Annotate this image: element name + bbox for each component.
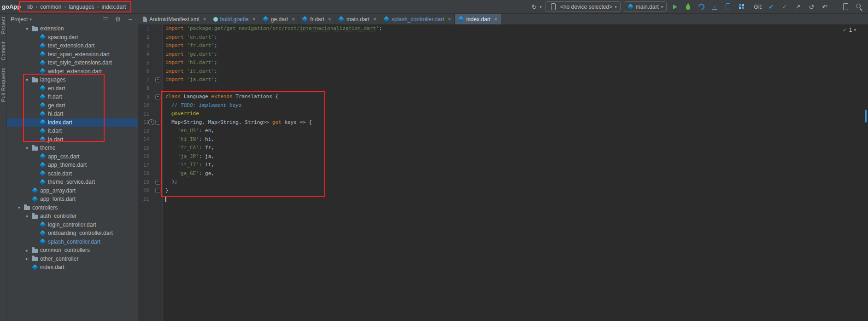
code-line-3[interactable]: 3import 'fr.dart'; bbox=[138, 41, 862, 50]
close-tab-icon[interactable]: × bbox=[328, 16, 331, 23]
code-line-12[interactable]: 12↑− Map<String, Map<String, String>> ge… bbox=[138, 118, 862, 127]
chevron-down-icon[interactable]: ▾ bbox=[24, 77, 29, 82]
breadcrumb-item-lib[interactable]: lib bbox=[25, 3, 35, 11]
attach-debugger-icon[interactable] bbox=[710, 2, 719, 12]
layout-inspector-icon[interactable] bbox=[737, 2, 746, 12]
code-line-17[interactable]: 17 'it_IT': it, bbox=[138, 161, 862, 169]
profiler-icon[interactable] bbox=[697, 2, 706, 12]
code-line-16[interactable]: 16 'ja_JP': ja, bbox=[138, 152, 862, 161]
tree-item-text-span-extension-dart[interactable]: text_span_extension.dart bbox=[7, 50, 138, 59]
tree-item-app-css-dart[interactable]: app_css.dart bbox=[7, 152, 138, 161]
tree-item-onboarding-controller-dart[interactable]: onBoarding_controller.dart bbox=[7, 229, 138, 238]
inspection-widget[interactable]: ✓ 1 ▾ bbox=[843, 27, 856, 33]
tool-window-button-pull-requests[interactable]: Pull Requests bbox=[0, 68, 6, 102]
settings-icon[interactable] bbox=[114, 16, 122, 23]
tree-item-app-fonts-dart[interactable]: app_fonts.dart bbox=[7, 195, 138, 204]
tree-item-widget-extension-dart[interactable]: widget_extension.dart bbox=[7, 67, 138, 76]
editor[interactable]: 1import 'package:get/get_navigation/src/… bbox=[138, 24, 868, 321]
code-line-14[interactable]: 14 'hi_IN': hi, bbox=[138, 135, 862, 144]
code-line-2[interactable]: 2import 'en.dart'; bbox=[138, 33, 862, 42]
tree-item-scale-dart[interactable]: scale.dart bbox=[7, 169, 138, 178]
code-line-1[interactable]: 1import 'package:get/get_navigation/src/… bbox=[138, 24, 862, 33]
sync-dropdown[interactable]: ▾ bbox=[529, 2, 542, 12]
tree-item-ja-dart[interactable]: ja.dart bbox=[7, 135, 138, 144]
code-line-20[interactable]: 20−} bbox=[138, 187, 862, 195]
commit-icon[interactable] bbox=[780, 2, 789, 12]
code-line-7[interactable]: 7−import 'ja.dart'; bbox=[138, 76, 862, 84]
device-manager-icon[interactable] bbox=[841, 2, 850, 12]
tree-item-fr-dart[interactable]: fr.dart bbox=[7, 93, 138, 101]
code-line-8[interactable]: 8 bbox=[138, 84, 862, 93]
tab-build-gradle[interactable]: build.gradle× bbox=[210, 14, 259, 24]
chevron-right-icon[interactable]: ▸ bbox=[24, 256, 29, 261]
chevron-down-icon[interactable]: ▾ bbox=[24, 26, 29, 31]
override-marker-icon[interactable]: ↑ bbox=[148, 119, 154, 125]
debug-icon[interactable] bbox=[683, 2, 692, 12]
tree-item-text-style-extensions-dart[interactable]: text_style_extensions.dart bbox=[7, 58, 138, 67]
close-tab-icon[interactable]: × bbox=[292, 16, 295, 23]
tree-item-ge-dart[interactable]: ge.dart bbox=[7, 101, 138, 110]
fold-marker-icon[interactable]: − bbox=[155, 120, 160, 125]
fold-marker-icon[interactable]: − bbox=[155, 77, 160, 82]
update-project-icon[interactable] bbox=[767, 2, 776, 12]
push-icon[interactable] bbox=[793, 2, 803, 12]
device-selector[interactable]: <no device selected> ▾ bbox=[545, 1, 621, 12]
tree-item-text-extension-dart[interactable]: text_extension.dart bbox=[7, 41, 138, 50]
close-tab-icon[interactable]: × bbox=[252, 16, 256, 23]
code-line-9[interactable]: 9−class Language extends Translations { bbox=[138, 93, 862, 101]
chevron-right-icon[interactable]: ▸ bbox=[24, 248, 29, 253]
close-tab-icon[interactable]: × bbox=[494, 16, 498, 23]
code-line-21[interactable]: 21 bbox=[138, 195, 862, 204]
code-line-15[interactable]: 15 'fr_CA': fr, bbox=[138, 144, 862, 152]
tab-fr-dart[interactable]: fr.dart× bbox=[299, 14, 335, 24]
close-tab-icon[interactable]: × bbox=[373, 16, 376, 23]
tree-item-index-dart[interactable]: index.dart bbox=[7, 263, 138, 272]
code-line-13[interactable]: 13 'en_US': en, bbox=[138, 127, 862, 135]
close-tab-icon[interactable]: × bbox=[203, 16, 206, 23]
tree-item-other-controller[interactable]: ▸other_controller bbox=[7, 255, 138, 263]
tree-item-app-array-dart[interactable]: app_array.dart bbox=[7, 187, 138, 195]
tree-item-common-controllers[interactable]: ▸common_controllers bbox=[7, 246, 138, 255]
code-line-6[interactable]: 6import 'it.dart'; bbox=[138, 67, 862, 76]
tab-index-dart[interactable]: index.dart× bbox=[455, 14, 501, 24]
device-explorer-icon[interactable] bbox=[723, 2, 733, 12]
tree-item-en-dart[interactable]: en.dart bbox=[7, 84, 138, 93]
tree-item-extension[interactable]: ▾extension bbox=[7, 24, 138, 33]
project-panel-title[interactable]: Project bbox=[11, 16, 28, 23]
tab-splash-controller-dart[interactable]: splash_controller.dart× bbox=[380, 14, 455, 24]
tree-item-index-dart[interactable]: index.dart bbox=[7, 118, 138, 127]
tree-item-hi-dart[interactable]: hi.dart bbox=[7, 110, 138, 118]
breadcrumb-item-languages[interactable]: languages bbox=[67, 3, 96, 11]
rollback-icon[interactable] bbox=[820, 2, 829, 12]
code-line-5[interactable]: 5import 'hi.dart'; bbox=[138, 58, 862, 67]
tree-item-languages[interactable]: ▾languages bbox=[7, 76, 138, 84]
search-icon[interactable] bbox=[854, 2, 863, 12]
fold-marker-icon[interactable]: − bbox=[155, 94, 160, 99]
code-line-10[interactable]: 10 // TODO: implement keys bbox=[138, 101, 862, 110]
run-config-selector[interactable]: main.dart ▾ bbox=[624, 1, 667, 12]
hide-icon[interactable] bbox=[127, 16, 134, 23]
tree-item-theme[interactable]: ▾theme bbox=[7, 144, 138, 152]
chevron-down-icon[interactable]: ▾ bbox=[24, 146, 29, 151]
code-line-18[interactable]: 18 'ge_GE': ge, bbox=[138, 169, 862, 178]
fold-marker-icon[interactable]: − bbox=[155, 188, 160, 193]
close-tab-icon[interactable]: × bbox=[448, 16, 451, 23]
tree-item-auth-controller[interactable]: ▾auth_controller bbox=[7, 212, 138, 221]
fold-marker-icon[interactable]: − bbox=[155, 180, 160, 185]
tool-window-button-project[interactable]: Project bbox=[0, 17, 6, 34]
tree-item-splash-controller-dart[interactable]: splash_controller.dart bbox=[7, 238, 138, 246]
tree-item-login-controller-dart[interactable]: login_controller.dart bbox=[7, 221, 138, 229]
code-line-4[interactable]: 4import 'ge.dart'; bbox=[138, 50, 862, 59]
tab-main-dart[interactable]: main.dart× bbox=[335, 14, 380, 24]
code-line-19[interactable]: 19− }; bbox=[138, 178, 862, 187]
history-icon[interactable] bbox=[807, 2, 816, 12]
chevron-down-icon[interactable]: ▾ bbox=[17, 205, 22, 210]
tool-window-button-commit[interactable]: Commit bbox=[0, 41, 6, 60]
chevron-down-icon[interactable]: ▾ bbox=[854, 28, 856, 32]
tab-androidmanifest-xml[interactable]: AndroidManifest.xml× bbox=[140, 14, 210, 24]
run-icon[interactable] bbox=[670, 2, 679, 12]
tree-item-controllers[interactable]: ▾controllers bbox=[7, 204, 138, 212]
editor-scrollbar[interactable] bbox=[862, 24, 868, 321]
breadcrumb-item-index-dart[interactable]: index.dart bbox=[100, 3, 128, 11]
tree-item-theme-service-dart[interactable]: theme_service.dart bbox=[7, 178, 138, 187]
